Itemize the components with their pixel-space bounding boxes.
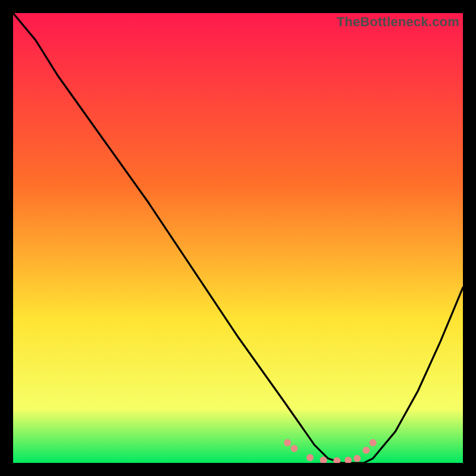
bottleneck-chart: [13, 13, 463, 463]
marker-dot: [353, 455, 361, 462]
marker-dot: [291, 445, 298, 452]
gradient-background: [13, 13, 463, 463]
watermark-text: TheBottleneck.com: [337, 14, 459, 30]
chart-frame: TheBottleneck.com: [13, 13, 463, 463]
marker-dot: [284, 439, 291, 446]
marker-dot: [363, 447, 370, 454]
marker-dot: [306, 454, 314, 461]
marker-dot: [369, 439, 377, 446]
